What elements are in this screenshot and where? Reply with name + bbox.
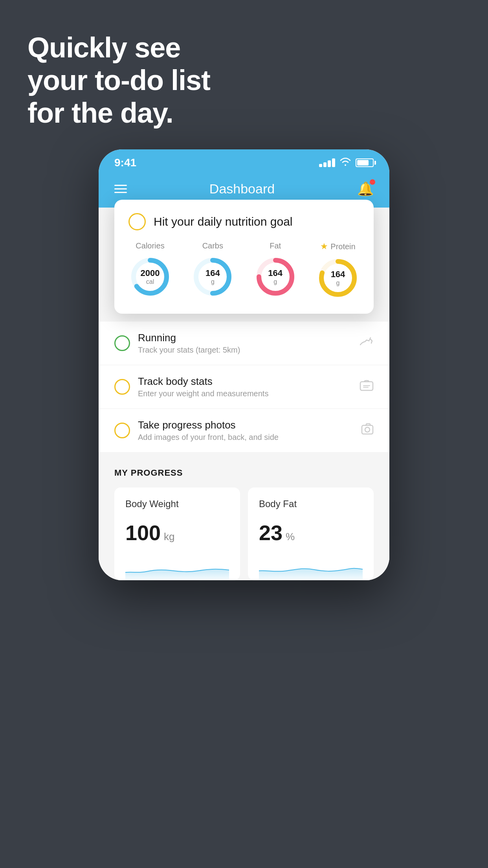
phone-mockup: 9:41 Da [99, 149, 389, 580]
todo-item-body-stats[interactable]: Track body stats Enter your weight and m… [99, 365, 389, 409]
header-title: Dashboard [209, 181, 275, 197]
status-bar: 9:41 [99, 149, 389, 173]
bell-icon[interactable]: 🔔 [357, 181, 374, 197]
nutrition-card: Hit your daily nutrition goal Calories 2… [114, 200, 374, 314]
progress-section: MY PROGRESS Body Weight 100 kg [99, 452, 389, 580]
calories-donut: 2000 cal [128, 255, 172, 298]
todo-item-running[interactable]: Running Track your stats (target: 5km) [99, 322, 389, 365]
status-time: 9:41 [114, 156, 136, 169]
body-stats-text: Track body stats Enter your weight and m… [138, 375, 352, 398]
battery-icon [356, 158, 374, 167]
signal-icon [319, 158, 335, 167]
notification-dot [370, 179, 375, 185]
app-content: THINGS TO DO TODAY Hit your daily nutrit… [99, 208, 389, 580]
protein-label: ★ Protein [320, 241, 355, 252]
body-weight-card-title: Body Weight [125, 498, 229, 509]
body-weight-unit: kg [164, 531, 174, 543]
calories-label: Calories [136, 241, 164, 250]
card-header-row: Hit your daily nutrition goal [128, 213, 360, 230]
body-weight-card[interactable]: Body Weight 100 kg [114, 487, 240, 580]
protein-donut: 164 g [316, 256, 360, 300]
carbs-donut: 164 g [191, 255, 234, 298]
nutrition-fat: Fat 164 g [254, 241, 297, 298]
body-stats-sub: Enter your weight and measurements [138, 389, 352, 398]
body-weight-value-row: 100 kg [125, 520, 229, 545]
nutrition-carbs: Carbs 164 g [191, 241, 234, 298]
star-icon: ★ [320, 241, 328, 252]
nutrition-grid: Calories 2000 cal Carbs [128, 241, 360, 300]
wifi-icon [340, 157, 351, 168]
progress-photos-circle [114, 423, 130, 438]
body-weight-chart [125, 557, 229, 580]
fat-donut: 164 g [254, 255, 297, 298]
body-fat-value: 23 [259, 520, 283, 545]
body-fat-unit: % [286, 531, 295, 543]
body-stats-title: Track body stats [138, 375, 352, 388]
body-fat-card[interactable]: Body Fat 23 % [248, 487, 374, 580]
body-weight-value: 100 [125, 520, 161, 545]
status-icons [319, 157, 374, 168]
fat-label: Fat [270, 241, 281, 250]
hamburger-icon[interactable] [114, 185, 127, 193]
carbs-label: Carbs [202, 241, 223, 250]
progress-title: MY PROGRESS [114, 468, 374, 478]
body-fat-value-row: 23 % [259, 520, 363, 545]
running-icon [360, 336, 374, 351]
running-circle [114, 335, 130, 351]
todo-item-progress-photos[interactable]: Take progress photos Add images of your … [99, 409, 389, 452]
running-title: Running [138, 332, 352, 344]
photo-icon [361, 423, 374, 438]
running-sub: Track your stats (target: 5km) [138, 346, 352, 355]
nutrition-calories: Calories 2000 cal [128, 241, 172, 298]
progress-photos-sub: Add images of your front, back, and side [138, 433, 353, 442]
body-fat-card-title: Body Fat [259, 498, 363, 509]
body-stats-circle [114, 379, 130, 395]
hero-text: Quickly see your to-do list for the day. [28, 31, 210, 129]
progress-photos-text: Take progress photos Add images of your … [138, 419, 353, 442]
progress-photos-title: Take progress photos [138, 419, 353, 431]
scale-icon [360, 379, 374, 395]
nutrition-circle [128, 213, 146, 230]
todo-list: Running Track your stats (target: 5km) T… [99, 322, 389, 452]
nutrition-card-title: Hit your daily nutrition goal [154, 215, 293, 228]
nutrition-protein: ★ Protein 164 g [316, 241, 360, 300]
svg-point-10 [365, 427, 370, 432]
body-fat-chart [259, 557, 363, 580]
progress-cards: Body Weight 100 kg [114, 487, 374, 580]
svg-rect-9 [362, 425, 373, 434]
running-text: Running Track your stats (target: 5km) [138, 332, 352, 355]
